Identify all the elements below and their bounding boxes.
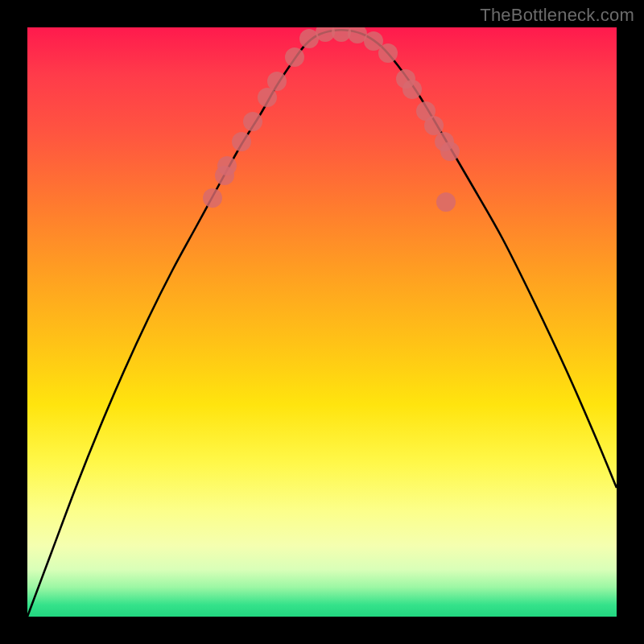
watermark-label: TheBottleneck.com xyxy=(480,5,634,26)
highlight-dot xyxy=(424,116,444,135)
highlight-dot xyxy=(217,156,237,175)
plot-area xyxy=(27,27,617,617)
highlight-dot xyxy=(440,142,460,161)
highlight-dot xyxy=(243,112,262,131)
highlight-dot xyxy=(232,132,251,151)
chart-frame: TheBottleneck.com xyxy=(0,0,644,644)
highlight-dot xyxy=(267,72,287,91)
highlight-dot xyxy=(203,188,222,208)
highlight-dot xyxy=(402,80,422,99)
highlight-dot xyxy=(436,192,456,212)
highlight-dots-group xyxy=(203,27,460,212)
highlight-dot xyxy=(258,88,277,107)
chart-svg xyxy=(27,27,617,617)
highlight-dot xyxy=(378,43,398,63)
bottleneck-curve xyxy=(27,30,617,617)
highlight-dot xyxy=(285,47,304,67)
